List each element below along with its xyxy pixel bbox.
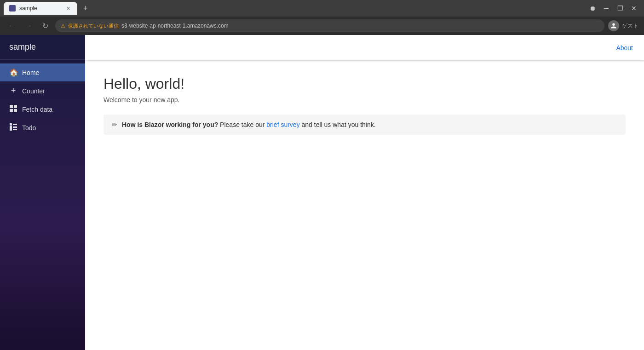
restore-button[interactable]: ❐ — [614, 2, 627, 15]
user-label: ゲスト — [622, 22, 638, 30]
window-controls: ⏺ ─ ❐ ✕ — [586, 2, 640, 15]
survey-text: How is Blazor working for you? Please ta… — [122, 121, 376, 128]
sidebar-item-counter-label: Counter — [22, 87, 45, 95]
avatar — [608, 20, 619, 31]
sidebar-brand: sample — [0, 35, 85, 60]
list-icon — [9, 123, 17, 132]
back-button[interactable]: ← — [6, 19, 18, 32]
active-tab[interactable]: sample ✕ — [4, 2, 77, 15]
top-bar: About — [85, 35, 644, 61]
svg-rect-6 — [10, 126, 12, 128]
tab-close-button[interactable]: ✕ — [64, 5, 72, 12]
sidebar-item-home[interactable]: 🏠 Home — [0, 63, 85, 81]
svg-rect-1 — [14, 105, 17, 108]
sidebar-item-fetch-label: Fetch data — [22, 106, 52, 113]
browser-chrome: sample ✕ + ⏺ ─ ❐ ✕ ← → ↻ ⚠ 保護されていない通信 s3… — [0, 0, 644, 35]
svg-rect-3 — [14, 109, 17, 112]
svg-rect-7 — [13, 126, 17, 128]
home-icon: 🏠 — [9, 68, 17, 77]
record-button[interactable]: ⏺ — [586, 2, 599, 15]
address-input[interactable]: ⚠ 保護されていない通信 s3-website-ap-northeast-1.a… — [55, 19, 604, 32]
address-bar: ← → ↻ ⚠ 保護されていない通信 s3-website-ap-northea… — [0, 17, 644, 35]
survey-link[interactable]: brief survey — [266, 121, 299, 128]
app-container: sample 🏠 Home + Counter Fetch data — [0, 35, 644, 350]
about-link[interactable]: About — [616, 44, 633, 52]
svg-rect-0 — [10, 105, 13, 108]
page-subtitle: Welcome to your new app. — [104, 96, 626, 103]
tab-bar: sample ✕ + ⏺ ─ ❐ ✕ — [0, 0, 644, 17]
content-area: Hello, world! Welcome to your new app. ✏… — [85, 61, 644, 350]
sidebar-item-fetch-data[interactable]: Fetch data — [0, 100, 85, 119]
survey-banner: ✏ How is Blazor working for you? Please … — [104, 115, 626, 135]
sidebar-item-todo-label: Todo — [22, 124, 36, 132]
sidebar-item-counter[interactable]: + Counter — [0, 81, 85, 100]
survey-bold-text: How is Blazor working for you? — [122, 121, 218, 128]
sidebar-nav: 🏠 Home + Counter Fetch data — [0, 60, 85, 141]
svg-rect-8 — [10, 128, 12, 131]
sidebar-item-todo[interactable]: Todo — [0, 119, 85, 137]
grid-icon — [9, 105, 17, 114]
sidebar-item-home-label: Home — [22, 69, 39, 76]
forward-button[interactable]: → — [22, 19, 35, 32]
pencil-icon: ✏ — [112, 121, 117, 128]
svg-rect-9 — [13, 129, 17, 130]
tab-favicon — [9, 5, 16, 11]
close-button[interactable]: ✕ — [627, 2, 640, 15]
minimize-button[interactable]: ─ — [600, 2, 613, 15]
main-content: About Hello, world! Welcome to your new … — [85, 35, 644, 350]
refresh-button[interactable]: ↻ — [39, 19, 52, 32]
security-text: 保護されていない通信 — [68, 23, 119, 29]
new-tab-button[interactable]: + — [79, 2, 92, 15]
survey-pre-link: Please take our — [218, 121, 266, 128]
svg-rect-2 — [10, 109, 13, 112]
user-area: ゲスト — [608, 20, 638, 31]
svg-rect-4 — [10, 123, 12, 126]
svg-rect-5 — [13, 124, 17, 125]
tab-title: sample — [19, 5, 61, 11]
page-title: Hello, world! — [104, 75, 626, 92]
url-display: s3-website-ap-northeast-1.amazonaws.com — [121, 23, 599, 29]
sidebar: sample 🏠 Home + Counter Fetch data — [0, 35, 85, 350]
plus-icon: + — [9, 86, 17, 96]
security-icon: ⚠ — [61, 23, 65, 29]
survey-post-link: and tell us what you think. — [300, 121, 376, 128]
